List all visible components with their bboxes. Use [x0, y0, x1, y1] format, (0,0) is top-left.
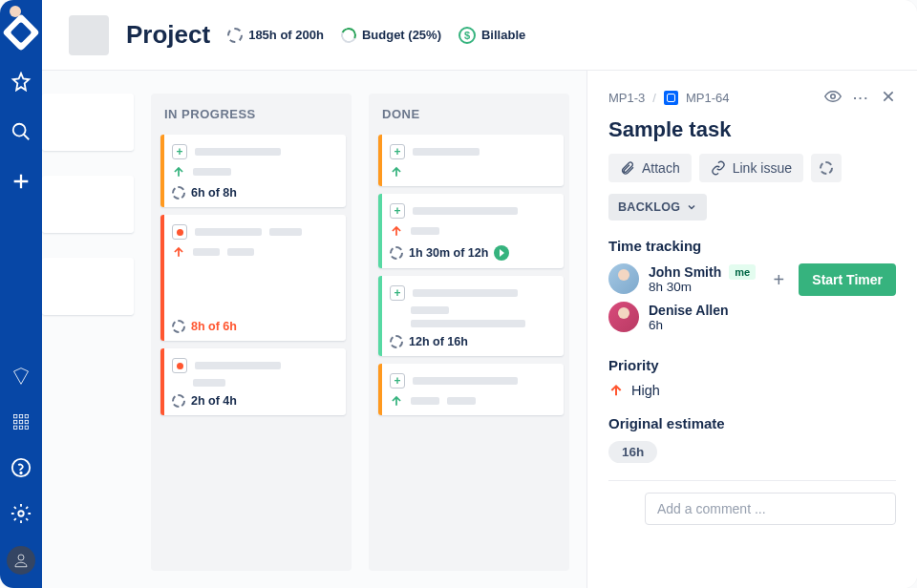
placeholder-text	[411, 320, 525, 327]
add-time-button[interactable]: +	[768, 269, 789, 290]
estimate-value[interactable]: 16h	[608, 441, 657, 463]
stat-billable: $ Billable	[458, 27, 525, 44]
watch-icon[interactable]	[824, 88, 842, 108]
section-estimate: Original estimate	[608, 415, 896, 431]
placeholder-text	[195, 362, 281, 369]
card-peek[interactable]	[42, 176, 134, 233]
user-name: Denise Allen	[649, 303, 729, 318]
issue-detail-panel: MP1-3 / MP1-64 ··· Sample task Attach	[586, 71, 917, 588]
priority-value[interactable]: High	[608, 383, 896, 398]
card[interactable]: +	[378, 364, 564, 415]
time-icon	[172, 320, 185, 333]
svg-point-12	[18, 511, 24, 516]
kanban-board: IN PROGRESS +	[42, 71, 586, 588]
card[interactable]: + 6h of 8h	[160, 135, 346, 207]
help-icon[interactable]	[8, 454, 34, 481]
svg-point-11	[20, 472, 21, 473]
project-title: Project	[126, 20, 210, 50]
settings-icon[interactable]	[8, 500, 34, 527]
divider	[608, 480, 896, 481]
time-icon	[172, 394, 185, 408]
placeholder-text	[193, 248, 220, 256]
svg-rect-3	[25, 415, 28, 418]
placeholder-text	[193, 379, 225, 387]
priority-up-icon	[172, 165, 185, 178]
time-icon	[390, 246, 403, 260]
card[interactable]: + 1h 30m of 12h	[378, 194, 564, 268]
star-icon[interactable]	[8, 69, 34, 95]
placeholder-text	[193, 168, 231, 176]
card[interactable]: +	[378, 135, 564, 186]
column-in-progress: IN PROGRESS +	[151, 94, 352, 571]
hours-icon	[227, 28, 243, 43]
stat-budget: Budget (25%)	[341, 28, 441, 43]
section-time-tracking: Time tracking	[608, 238, 896, 254]
close-icon[interactable]	[881, 89, 896, 107]
status-dropdown[interactable]: BACKLOG	[608, 194, 707, 220]
avatar	[608, 263, 639, 294]
avatar	[608, 495, 635, 522]
time-icon	[172, 186, 185, 200]
placeholder-text	[447, 397, 476, 405]
svg-point-13	[18, 555, 24, 560]
stat-hours: 185h of 200h	[227, 28, 324, 43]
add-icon[interactable]	[8, 168, 34, 195]
placeholder-text	[411, 397, 439, 405]
card-peek[interactable]	[42, 258, 134, 315]
notification-icon[interactable]	[8, 363, 34, 389]
breadcrumb-issue[interactable]: MP1-64	[686, 91, 730, 105]
link-issue-button[interactable]: Link issue	[699, 154, 803, 182]
placeholder-text	[227, 248, 254, 256]
user-time: 8h 30m	[649, 280, 756, 294]
priority-up-icon	[390, 224, 403, 238]
timer-icon-button[interactable]	[811, 154, 842, 182]
app-logo[interactable]	[8, 19, 34, 46]
card[interactable]: 8h of 6h	[160, 215, 346, 341]
issue-title: Sample task	[608, 117, 896, 142]
more-icon[interactable]: ···	[853, 91, 869, 105]
plus-icon: +	[390, 285, 405, 301]
column-peek	[42, 94, 134, 571]
user-time: 6h	[649, 318, 729, 332]
project-header: Project 185h of 200h Budget (25%) $ Bill…	[42, 0, 917, 71]
priority-up-icon	[390, 165, 403, 178]
plus-icon: +	[390, 373, 405, 388]
budget-icon	[339, 25, 359, 45]
svg-rect-5	[19, 420, 22, 423]
plus-icon: +	[390, 203, 405, 219]
svg-rect-7	[14, 426, 17, 429]
priority-up-icon	[172, 245, 185, 259]
dot-icon	[172, 224, 187, 240]
global-nav	[0, 0, 42, 588]
avatar	[608, 302, 639, 332]
svg-rect-4	[14, 420, 17, 423]
svg-point-0	[13, 124, 26, 136]
card-peek[interactable]	[42, 94, 134, 151]
card[interactable]: 2h of 4h	[160, 348, 346, 415]
start-timer-button[interactable]: Start Timer	[799, 263, 896, 296]
placeholder-text	[411, 306, 449, 314]
breadcrumb: MP1-3 / MP1-64 ···	[608, 88, 896, 108]
placeholder-text	[195, 228, 262, 236]
svg-rect-9	[25, 426, 28, 429]
attach-button[interactable]: Attach	[608, 154, 692, 182]
column-title: IN PROGRESS	[160, 107, 346, 127]
placeholder-text	[413, 148, 480, 156]
breadcrumb-parent[interactable]: MP1-3	[608, 91, 645, 105]
placeholder-text	[413, 377, 518, 385]
user-name: John Smith	[649, 264, 721, 280]
svg-rect-8	[19, 426, 22, 429]
placeholder-text	[411, 227, 439, 235]
comment-input[interactable]: Add a comment ...	[645, 493, 896, 525]
card[interactable]: +	[378, 276, 564, 356]
dot-icon	[172, 358, 187, 373]
issue-type-icon	[664, 91, 678, 105]
search-icon[interactable]	[8, 118, 34, 145]
apps-icon[interactable]	[8, 409, 34, 435]
play-icon[interactable]	[494, 245, 509, 261]
section-priority: Priority	[608, 357, 896, 373]
profile-avatar[interactable]	[7, 546, 35, 575]
placeholder-text	[413, 207, 518, 215]
plus-icon: +	[390, 144, 405, 159]
column-title: DONE	[378, 107, 564, 127]
